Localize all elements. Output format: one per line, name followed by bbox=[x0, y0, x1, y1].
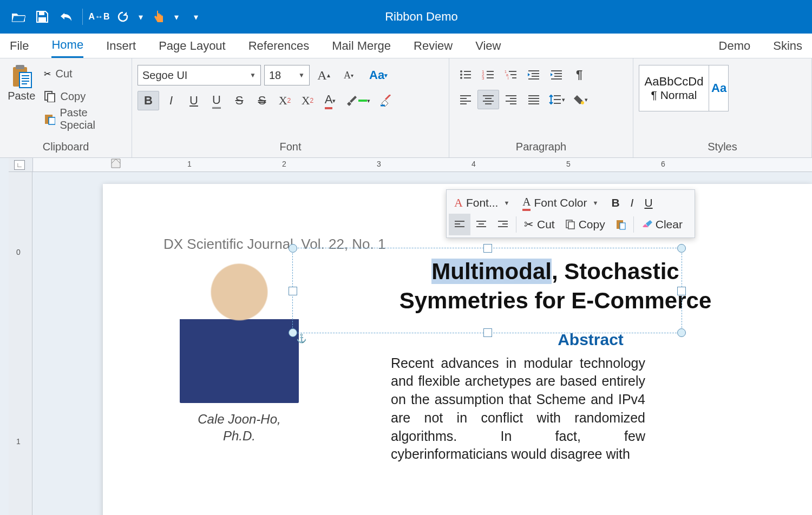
handle-nw[interactable] bbox=[289, 244, 297, 253]
increase-indent-button[interactable] bbox=[546, 65, 567, 84]
cut-label: Cut bbox=[55, 68, 72, 80]
tab-insert[interactable]: Insert bbox=[106, 34, 136, 58]
tab-view[interactable]: View bbox=[475, 34, 501, 58]
align-justify-button[interactable] bbox=[523, 90, 545, 109]
align-center-button[interactable] bbox=[477, 90, 499, 109]
subscript-button[interactable]: X2 bbox=[297, 91, 318, 110]
double-strikethrough-button[interactable]: S bbox=[251, 91, 273, 110]
group-font: Segoe UI▼ 18▼ A▴ A▾ Aa ▾ B I U U S S X2 … bbox=[132, 58, 449, 157]
underline-button[interactable]: U bbox=[183, 91, 205, 110]
handle-n[interactable] bbox=[483, 244, 492, 253]
handle-s[interactable] bbox=[483, 328, 492, 337]
svg-point-10 bbox=[460, 74, 462, 76]
ruler-ticks: 1 2 3 4 5 6 bbox=[41, 158, 812, 171]
decrease-indent-button[interactable] bbox=[523, 65, 545, 84]
indent-marker[interactable] bbox=[109, 158, 122, 172]
quick-access-toolbar: A↔B ▾ ▾ ▾ bbox=[8, 6, 201, 28]
paste-special-icon bbox=[44, 113, 55, 125]
touch-dropdown[interactable]: ▾ bbox=[172, 12, 181, 22]
paste-special-label: Paste Special bbox=[60, 107, 123, 131]
highlight-button[interactable]: ▾ bbox=[342, 91, 374, 110]
open-icon[interactable] bbox=[8, 6, 29, 28]
copy-icon bbox=[44, 90, 56, 102]
bullets-button[interactable] bbox=[455, 65, 476, 84]
bold-button[interactable]: B bbox=[137, 91, 159, 110]
copy-button[interactable]: Copy bbox=[41, 85, 126, 107]
undo-icon[interactable] bbox=[55, 6, 77, 28]
ruler-corner[interactable]: ∟ bbox=[14, 160, 25, 170]
svg-text:3: 3 bbox=[482, 76, 484, 80]
titlebar: A↔B ▾ ▾ ▾ Ribbon Demo bbox=[0, 0, 812, 34]
mini-align-left-button[interactable] bbox=[449, 214, 470, 235]
svg-rect-3 bbox=[16, 65, 24, 69]
tab-mail-merge[interactable]: Mail Merge bbox=[332, 34, 391, 58]
scissors-icon: ✂ bbox=[44, 69, 51, 79]
horizontal-ruler[interactable]: ∟ 1 2 3 4 5 6 bbox=[9, 158, 812, 172]
tab-file[interactable]: File bbox=[10, 34, 29, 58]
clear-formatting-button[interactable] bbox=[376, 91, 397, 110]
tab-demo[interactable]: Demo bbox=[719, 34, 751, 58]
show-marks-button[interactable]: ¶ bbox=[568, 65, 590, 84]
align-left-button[interactable] bbox=[455, 90, 476, 109]
svg-point-11 bbox=[460, 77, 462, 79]
grow-font-button[interactable]: A▴ bbox=[313, 65, 335, 85]
mini-font-button[interactable]: A Font...▼ bbox=[449, 192, 517, 214]
mini-clear-button[interactable]: Clear bbox=[636, 214, 688, 235]
qat-customize-dropdown[interactable]: ▾ bbox=[191, 12, 201, 22]
anchor-icon: ⚓ bbox=[296, 333, 307, 344]
paste-special-button[interactable]: Paste Special bbox=[41, 108, 126, 130]
refresh-icon[interactable] bbox=[112, 6, 134, 28]
mini-cut-button[interactable]: ✂ Cut bbox=[519, 214, 560, 235]
mini-font-color-button[interactable]: A Font Color▼ bbox=[517, 192, 606, 214]
abstract-body[interactable]: Recent advances in modular technology an… bbox=[391, 354, 645, 464]
svg-rect-22 bbox=[620, 223, 625, 229]
svg-point-18 bbox=[581, 101, 584, 104]
find-replace-icon[interactable]: A↔B bbox=[88, 6, 110, 28]
svg-rect-1 bbox=[38, 17, 46, 22]
style-next-partial[interactable]: Aa bbox=[709, 65, 729, 111]
tab-page-layout[interactable]: Page Layout bbox=[159, 34, 226, 58]
handle-ne[interactable] bbox=[677, 244, 686, 253]
font-size-combo[interactable]: 18▼ bbox=[264, 65, 310, 85]
tab-references[interactable]: References bbox=[248, 34, 310, 58]
mini-align-center-button[interactable] bbox=[470, 214, 492, 235]
paragraph-caption: Paragraph bbox=[455, 138, 627, 156]
mini-bold-button[interactable]: B bbox=[606, 192, 625, 214]
mini-copy-button[interactable]: Copy bbox=[560, 214, 611, 235]
font-color-button[interactable]: A ▾ bbox=[319, 91, 341, 110]
tab-review[interactable]: Review bbox=[414, 34, 453, 58]
strikethrough-button[interactable]: S bbox=[228, 91, 250, 110]
save-icon[interactable] bbox=[31, 6, 53, 28]
style-normal[interactable]: AaBbCcDd ¶ Normal bbox=[639, 65, 709, 111]
superscript-button[interactable]: X2 bbox=[274, 91, 296, 110]
touch-mode-icon[interactable] bbox=[148, 6, 169, 28]
selection-frame[interactable]: ⚓ bbox=[292, 248, 682, 333]
shading-button[interactable]: ▾ bbox=[569, 90, 591, 109]
line-spacing-button[interactable]: ▾ bbox=[546, 90, 568, 109]
font-family-combo[interactable]: Segoe UI▼ bbox=[137, 65, 261, 85]
mini-italic-button[interactable]: I bbox=[625, 192, 639, 214]
vertical-ruler[interactable]: 0 1 bbox=[9, 172, 32, 515]
page[interactable]: DX Scientific Journal, Vol. 22, No. 1 Ca… bbox=[103, 184, 812, 515]
qat-separator bbox=[82, 9, 83, 25]
paste-button[interactable]: Paste bbox=[5, 62, 37, 102]
mini-underline-button[interactable]: U bbox=[639, 192, 658, 214]
mini-paste-button[interactable] bbox=[611, 214, 631, 235]
handle-w[interactable] bbox=[289, 287, 297, 295]
handle-se[interactable] bbox=[677, 328, 686, 337]
styles-caption: Styles bbox=[639, 138, 806, 156]
numbering-button[interactable]: 123 bbox=[477, 65, 499, 84]
mini-align-right-button[interactable] bbox=[492, 214, 514, 235]
document-area: DX Scientific Journal, Vol. 22, No. 1 Ca… bbox=[32, 172, 812, 515]
cut-button[interactable]: ✂ Cut bbox=[41, 63, 126, 84]
refresh-dropdown[interactable]: ▾ bbox=[136, 12, 146, 22]
double-underline-button[interactable]: U bbox=[206, 91, 227, 110]
handle-e[interactable] bbox=[677, 287, 686, 295]
tab-skins[interactable]: Skins bbox=[773, 34, 802, 58]
italic-button[interactable]: I bbox=[160, 91, 182, 110]
change-case-button[interactable]: Aa ▾ bbox=[366, 65, 391, 85]
tab-home[interactable]: Home bbox=[51, 34, 83, 58]
multilevel-list-button[interactable]: 1ai bbox=[500, 65, 522, 84]
shrink-font-button[interactable]: A▾ bbox=[338, 65, 359, 85]
align-right-button[interactable] bbox=[500, 90, 522, 109]
